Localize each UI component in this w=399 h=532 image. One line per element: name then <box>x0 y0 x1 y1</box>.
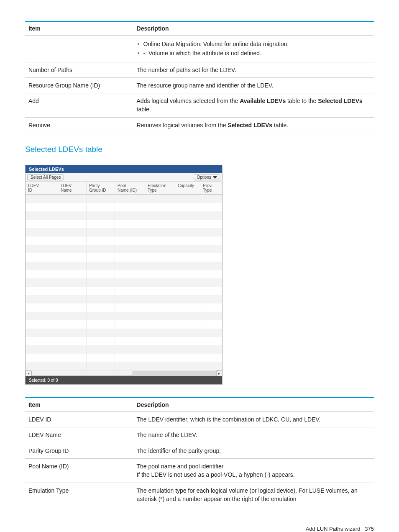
btd-r3-item: Parity Group ID <box>25 443 133 458</box>
table-row[interactable] <box>26 270 222 278</box>
bottom-desc-table: Item Description LDEV ID The LDEV identi… <box>25 397 374 506</box>
table-row[interactable] <box>26 245 222 253</box>
top-desc-table: Item Description Online Data Migration: … <box>25 21 374 133</box>
td-remove-item: Remove <box>25 117 133 133</box>
app-col-0[interactable]: LDEVID <box>26 182 58 194</box>
footer-text: Add LUN Paths wizard <box>306 526 361 532</box>
table-row[interactable] <box>26 312 222 320</box>
td-rg-desc: The resource group name and identifier o… <box>133 77 374 93</box>
scroll-thumb[interactable] <box>31 371 133 376</box>
table-row[interactable] <box>26 337 222 345</box>
btd-r3-desc: The identifier of the parity group. <box>133 443 374 458</box>
th-item: Item <box>25 21 133 36</box>
td-num-paths-item: Number of Paths <box>25 62 133 77</box>
td-empty-item <box>25 36 133 62</box>
btd-r4-desc: The pool name and pool identifier. If th… <box>133 458 374 483</box>
btd-r5-desc: The emulation type for each logical volu… <box>133 483 374 506</box>
footer-page: 375 <box>365 526 374 532</box>
btd-r1-desc: The LDEV identifier, which is the combin… <box>133 412 374 427</box>
remove-desc-2: table. <box>272 122 288 129</box>
table-row[interactable] <box>26 362 222 370</box>
bullet-2: -: Volume in which the attribute is not … <box>143 49 371 57</box>
table-row[interactable] <box>26 262 222 270</box>
app-col-3[interactable]: PoolName (ID) <box>115 182 145 194</box>
btd-r2-item: LDEV Name <box>25 427 133 443</box>
page-footer: Add LUN Paths wizard 375 <box>25 526 374 532</box>
btd-r4-l1: The pool name and pool identifier. <box>137 463 225 470</box>
td-bullets: Online Data Migration: Volume for online… <box>133 36 374 62</box>
table-row[interactable] <box>26 278 222 287</box>
scroll-right-icon[interactable]: ▸ <box>216 370 222 376</box>
btd-r4-item: Pool Name (ID) <box>25 458 133 483</box>
table-row[interactable] <box>26 303 222 312</box>
btd-r5-item: Emulation Type <box>25 483 133 506</box>
table-row[interactable] <box>26 354 222 362</box>
app-col-1[interactable]: LDEVName <box>58 182 87 194</box>
table-row[interactable] <box>26 329 222 337</box>
add-b1: Available LDEVs <box>240 98 286 104</box>
table-row[interactable] <box>26 253 222 262</box>
btd-r2-desc: The name of the LDEV. <box>133 427 374 443</box>
th-desc: Description <box>133 21 374 36</box>
td-rg-item: Resource Group Name (ID) <box>25 77 133 93</box>
bullet-1: Online Data Migration: Volume for online… <box>143 40 371 48</box>
app-title: Selected LDEVs <box>26 165 222 173</box>
table-row[interactable] <box>26 287 222 295</box>
td-add-item: Add <box>25 93 133 118</box>
options-dropdown[interactable]: Options <box>194 174 220 180</box>
bth-desc: Description <box>133 398 374 412</box>
table-row[interactable] <box>26 236 222 245</box>
table-row[interactable] <box>26 211 222 220</box>
app-body <box>26 195 222 370</box>
add-desc-3: table. <box>137 106 151 113</box>
table-row[interactable] <box>26 295 222 303</box>
remove-b1: Selected LDEVs <box>228 122 272 129</box>
table-row[interactable] <box>26 320 222 329</box>
table-row[interactable] <box>26 220 222 228</box>
selected-ldevs-heading: Selected LDEVs table <box>25 145 374 154</box>
chevron-down-icon <box>213 176 217 179</box>
td-num-paths-desc: The number of paths set for the LDEV. <box>133 62 374 77</box>
td-add-desc: Adds logical volumes selected from the A… <box>133 93 374 118</box>
remove-desc-1: Removes logical volumes from the <box>137 122 228 129</box>
horizontal-scrollbar[interactable]: ◂ ▸ <box>26 370 222 376</box>
selected-count-bar: Selected: 0 of 0 <box>26 376 222 384</box>
table-row[interactable] <box>26 203 222 211</box>
app-toolbar: Select All Pages Options <box>26 173 222 181</box>
table-row[interactable] <box>26 228 222 236</box>
app-col-4[interactable]: EmulationType <box>145 182 175 194</box>
btd-r1-item: LDEV ID <box>25 412 133 427</box>
scroll-left-icon[interactable]: ◂ <box>26 370 31 376</box>
app-col-6[interactable]: ProviType <box>200 182 222 194</box>
select-all-pages-button[interactable]: Select All Pages <box>27 174 64 180</box>
add-desc-2: table to the <box>286 98 318 104</box>
btd-r4-l2: If the LDEV is not used as a pool-VOL, a… <box>137 471 295 478</box>
table-row[interactable] <box>26 195 222 203</box>
bth-item: Item <box>25 398 133 412</box>
app-col-5[interactable]: Capacity <box>175 182 200 194</box>
app-column-headers: LDEVIDLDEVNameParityGroup IDPoolName (ID… <box>26 181 222 195</box>
add-b2: Selected LDEVs <box>318 98 363 104</box>
scroll-track[interactable] <box>31 371 216 376</box>
add-desc-1: Adds logical volumes selected from the <box>137 98 240 104</box>
app-col-2[interactable]: ParityGroup ID <box>87 182 115 194</box>
options-label: Options <box>197 175 211 180</box>
table-row[interactable] <box>26 345 222 354</box>
selected-ldevs-app: Selected LDEVs Select All Pages Options … <box>25 165 223 385</box>
td-remove-desc: Removes logical volumes from the Selecte… <box>133 117 374 133</box>
